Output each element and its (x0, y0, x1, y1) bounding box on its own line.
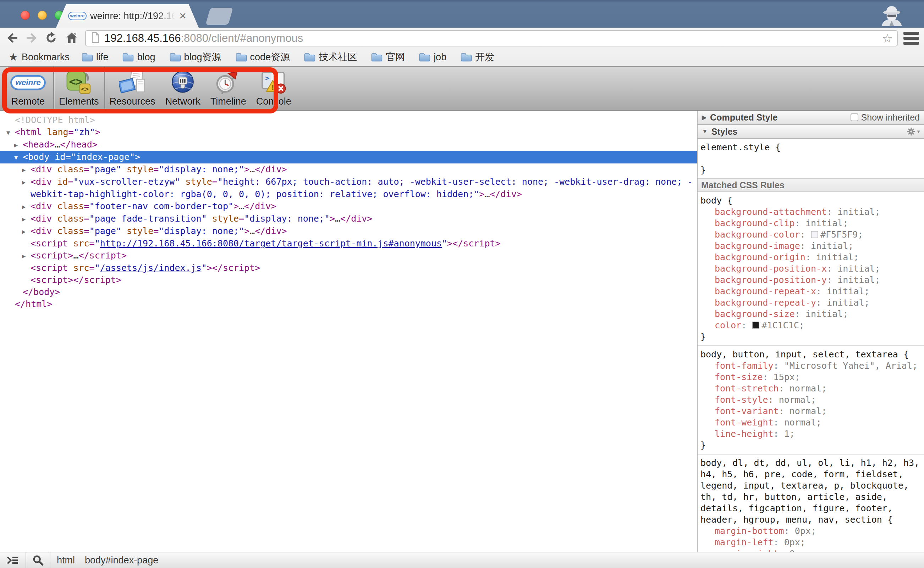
css-property-value[interactable]: normal; (779, 394, 816, 405)
css-property-name[interactable]: line-height (715, 429, 774, 439)
css-property-row[interactable]: background-position-x: initial; (700, 263, 921, 275)
address-bar[interactable]: 192.168.45.166:8080/client/#anonymous ☆ (85, 30, 898, 47)
element-style-rule[interactable]: element.style {} (698, 139, 924, 178)
disclosure-triangle-icon[interactable]: ▼ (6, 127, 15, 139)
dom-tree-row[interactable]: ▶<script>…</script> (0, 249, 697, 262)
css-property-name[interactable]: background-attachment (715, 207, 827, 217)
styles-section-header[interactable]: ▼ Styles ▾ (698, 125, 924, 139)
resource-link[interactable]: http://192.168.45.166:8080/target/target… (100, 238, 442, 249)
css-property-name[interactable]: font-variant (715, 406, 779, 416)
disclosure-triangle-icon[interactable]: ▶ (22, 176, 30, 188)
dom-tree-row[interactable]: </body> (0, 286, 697, 298)
css-property-row[interactable]: font-size: 15px; (700, 372, 921, 383)
home-button-icon[interactable] (64, 30, 79, 46)
css-property-row[interactable]: background-position-y: initial; (700, 275, 921, 286)
chrome-menu-icon[interactable] (903, 32, 919, 45)
css-property-name[interactable]: font-size (715, 372, 763, 382)
css-property-value[interactable]: 0px; (795, 526, 816, 536)
styles-options-control[interactable]: ▾ (906, 126, 920, 137)
css-property-row[interactable]: background-attachment: initial; (700, 206, 921, 218)
bookmarks-star-icon[interactable]: ★ (9, 52, 18, 62)
bookmark-folder[interactable]: 开发 (460, 51, 494, 63)
css-property-value[interactable]: initial; (806, 309, 848, 319)
css-property-row[interactable]: background-image: initial; (700, 240, 921, 252)
back-button-icon[interactable] (5, 30, 21, 46)
reload-button-icon[interactable] (43, 30, 59, 46)
bookmark-folder[interactable]: job (419, 52, 446, 63)
dom-tree-row[interactable]: <!DOCTYPE html> (0, 114, 697, 126)
css-property-row[interactable]: font-family: "Microsoft Yahei", Arial; (700, 360, 921, 372)
css-property-name[interactable]: margin-left (715, 537, 774, 547)
dom-tree-row[interactable]: ▶<div class="page" style="display: none;… (0, 225, 697, 237)
dom-tree-row[interactable]: ▼<html lang="zh"> (0, 126, 697, 139)
css-property-value[interactable]: initial; (816, 252, 859, 262)
css-property-value[interactable]: #1C1C1C; (762, 320, 804, 331)
css-property-value[interactable]: 15px; (774, 372, 800, 382)
css-property-name[interactable]: background-position-y (715, 275, 827, 285)
inspect-magnifier-icon[interactable] (26, 552, 50, 568)
css-property-name[interactable]: background-size (715, 309, 795, 319)
css-property-value[interactable]: "Microsoft Yahei", Arial; (784, 361, 918, 371)
dom-tree-row[interactable]: </html> (0, 298, 697, 310)
dom-tree-row[interactable]: ▶<head>…</head> (0, 139, 697, 151)
css-property-value[interactable]: initial; (838, 275, 880, 285)
css-property-name[interactable]: color (715, 320, 741, 331)
css-property-value[interactable]: 1; (784, 429, 795, 439)
css-property-name[interactable]: font-weight (715, 417, 774, 428)
dom-tree-row[interactable]: ▶<div class="page" style="display: none;… (0, 163, 697, 176)
dom-tree-row[interactable]: ▶<div class="page fade-transition" style… (0, 213, 697, 225)
css-property-row[interactable]: font-style: normal; (700, 394, 921, 406)
dom-tree-row[interactable]: ▶<div class="footer-nav com-border-top">… (0, 200, 697, 213)
collapsed-triangle-icon[interactable]: ▶ (702, 114, 706, 121)
bookmark-folder[interactable]: 官网 (371, 51, 405, 63)
css-property-value[interactable]: normal; (789, 406, 827, 416)
dom-tree-row[interactable]: <script></script> (0, 274, 697, 286)
tab-close-icon[interactable]: ✕ (179, 11, 187, 22)
computed-style-header[interactable]: ▶ Computed Style Show inherited (698, 110, 924, 125)
bookmarks-label[interactable]: Bookmarks (22, 52, 70, 63)
css-property-row[interactable]: background-repeat-y: initial; (700, 297, 921, 308)
css-property-name[interactable]: font-family (715, 361, 774, 371)
css-property-row[interactable]: font-weight: normal; (700, 417, 921, 428)
css-property-name[interactable]: font-stretch (715, 383, 779, 394)
css-property-name[interactable]: background-position-x (715, 263, 827, 274)
css-property-value[interactable]: #F5F5F9; (820, 230, 863, 240)
css-property-name[interactable]: background-clip (715, 218, 795, 228)
css-property-value[interactable]: normal; (784, 417, 821, 428)
css-selector[interactable]: body, button, input, select, textarea { (700, 349, 921, 360)
browser-tab[interactable]: weinre weinre: http://192.168.45 ✕ (56, 4, 199, 28)
bookmark-star-icon[interactable]: ☆ (882, 32, 893, 44)
css-property-value[interactable]: 0px; (784, 537, 806, 547)
disclosure-triangle-icon[interactable]: ▶ (14, 139, 23, 151)
css-property-value[interactable]: initial; (827, 286, 869, 296)
css-property-row[interactable]: color: #1C1C1C; (700, 320, 921, 331)
css-selector[interactable]: body, dl, dt, dd, ul, ol, li, h1, h2, h3… (700, 458, 921, 526)
toggle-console-icon[interactable] (0, 552, 26, 568)
disclosure-triangle-icon[interactable]: ▶ (22, 213, 30, 225)
css-property-name[interactable]: font-style (715, 394, 768, 405)
bookmark-folder[interactable]: blog (123, 52, 155, 63)
dom-tree-row[interactable]: <script src="/assets/js/index.js"></scri… (0, 262, 697, 274)
css-property-value[interactable]: initial; (838, 263, 880, 274)
css-property-row[interactable]: margin-bottom: 0px; (700, 526, 921, 537)
css-property-row[interactable]: background-repeat-x: initial; (700, 286, 921, 297)
css-property-name[interactable]: margin-right (715, 548, 779, 552)
breadcrumb-item[interactable]: html (57, 555, 75, 566)
dom-tree-row[interactable]: ▼<body id="index-page"> (0, 151, 697, 163)
resource-link[interactable]: /assets/js/index.js (100, 263, 201, 273)
dom-tree-row[interactable]: <script src="http://192.168.45.166:8080/… (0, 237, 697, 249)
bookmark-folder[interactable]: life (82, 52, 109, 63)
disclosure-triangle-icon[interactable]: ▶ (22, 201, 30, 213)
css-property-row[interactable]: font-variant: normal; (700, 406, 921, 417)
css-property-name[interactable]: background-repeat-y (715, 298, 816, 308)
css-property-row[interactable]: background-color: #F5F5F9; (700, 229, 921, 240)
css-property-row[interactable]: margin-left: 0px; (700, 537, 921, 548)
css-selector[interactable]: element.style { (700, 142, 921, 153)
css-property-value[interactable]: initial; (806, 218, 848, 228)
disclosure-triangle-icon[interactable]: ▶ (22, 250, 30, 262)
expanded-triangle-icon[interactable]: ▼ (702, 128, 708, 135)
css-property-row[interactable]: line-height: 1; (700, 428, 921, 440)
dom-tree-row[interactable]: ▶<div id="vux-scroller-etzyw" style="hei… (0, 176, 697, 200)
css-property-value[interactable]: normal; (789, 383, 827, 394)
css-property-row[interactable]: background-clip: initial; (700, 218, 921, 229)
